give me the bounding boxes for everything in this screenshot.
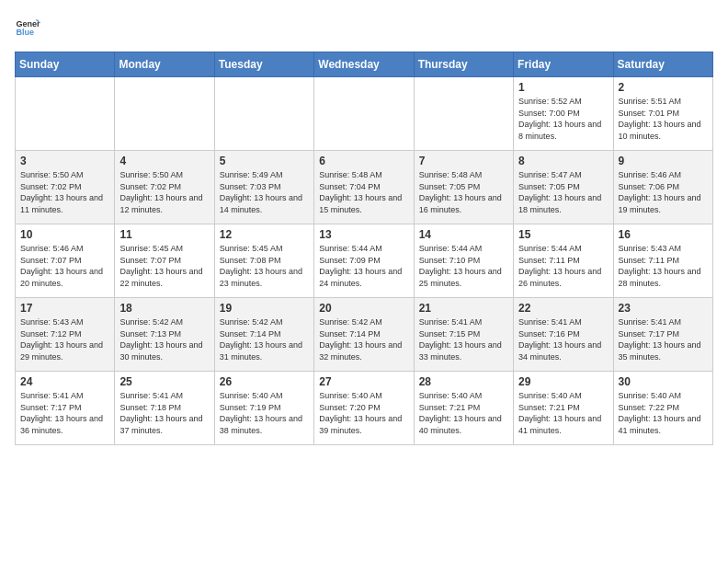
- calendar-cell: 17Sunrise: 5:43 AM Sunset: 7:12 PM Dayli…: [16, 298, 115, 372]
- day-number: 27: [319, 375, 408, 388]
- logo: General Blue: [15, 15, 40, 40]
- day-number: 12: [220, 228, 309, 241]
- day-number: 9: [619, 155, 708, 167]
- day-info: Sunrise: 5:42 AM Sunset: 7:14 PM Dayligh…: [319, 316, 408, 362]
- calendar-header-row: SundayMondayTuesdayWednesdayThursdayFrid…: [16, 52, 713, 77]
- day-info: Sunrise: 5:47 AM Sunset: 7:05 PM Dayligh…: [518, 169, 608, 215]
- calendar-cell: [115, 77, 214, 151]
- day-number: 3: [20, 155, 109, 167]
- calendar-cell: 18Sunrise: 5:42 AM Sunset: 7:13 PM Dayli…: [115, 298, 214, 372]
- day-number: 6: [319, 155, 408, 167]
- day-number: 25: [119, 375, 209, 388]
- calendar-cell: 29Sunrise: 5:40 AM Sunset: 7:21 PM Dayli…: [514, 372, 613, 445]
- calendar-cell: 8Sunrise: 5:47 AM Sunset: 7:05 PM Daylig…: [514, 151, 613, 224]
- day-number: 20: [319, 302, 408, 315]
- calendar-cell: [314, 77, 414, 151]
- calendar-cell: [214, 77, 313, 151]
- calendar-week-row: 17Sunrise: 5:43 AM Sunset: 7:12 PM Dayli…: [16, 298, 713, 372]
- calendar-cell: 23Sunrise: 5:41 AM Sunset: 7:17 PM Dayli…: [613, 298, 712, 372]
- day-info: Sunrise: 5:52 AM Sunset: 7:00 PM Dayligh…: [518, 96, 608, 142]
- day-header-sunday: Sunday: [16, 52, 115, 77]
- day-info: Sunrise: 5:49 AM Sunset: 7:03 PM Dayligh…: [220, 169, 309, 215]
- day-info: Sunrise: 5:45 AM Sunset: 7:07 PM Dayligh…: [119, 243, 209, 289]
- day-number: 5: [220, 155, 309, 167]
- day-info: Sunrise: 5:51 AM Sunset: 7:01 PM Dayligh…: [619, 96, 708, 142]
- calendar-cell: 21Sunrise: 5:41 AM Sunset: 7:15 PM Dayli…: [414, 298, 513, 372]
- day-info: Sunrise: 5:44 AM Sunset: 7:11 PM Dayligh…: [518, 243, 608, 289]
- day-info: Sunrise: 5:40 AM Sunset: 7:20 PM Dayligh…: [319, 390, 408, 436]
- day-info: Sunrise: 5:40 AM Sunset: 7:21 PM Dayligh…: [518, 390, 608, 436]
- day-info: Sunrise: 5:41 AM Sunset: 7:18 PM Dayligh…: [119, 390, 209, 436]
- day-number: 22: [518, 302, 608, 315]
- day-info: Sunrise: 5:42 AM Sunset: 7:14 PM Dayligh…: [220, 316, 309, 362]
- day-header-thursday: Thursday: [414, 52, 513, 77]
- calendar-cell: 12Sunrise: 5:45 AM Sunset: 7:08 PM Dayli…: [214, 224, 313, 298]
- day-number: 10: [20, 228, 109, 241]
- calendar-cell: 25Sunrise: 5:41 AM Sunset: 7:18 PM Dayli…: [115, 372, 214, 445]
- calendar-cell: 27Sunrise: 5:40 AM Sunset: 7:20 PM Dayli…: [314, 372, 414, 445]
- day-number: 28: [419, 375, 508, 388]
- day-number: 21: [419, 302, 508, 315]
- calendar-cell: [16, 77, 115, 151]
- day-header-wednesday: Wednesday: [314, 52, 414, 77]
- calendar-week-row: 10Sunrise: 5:46 AM Sunset: 7:07 PM Dayli…: [16, 224, 713, 298]
- day-info: Sunrise: 5:46 AM Sunset: 7:06 PM Dayligh…: [619, 169, 708, 215]
- day-number: 24: [20, 375, 109, 388]
- logo-icon: General Blue: [15, 15, 40, 40]
- day-info: Sunrise: 5:43 AM Sunset: 7:12 PM Dayligh…: [20, 316, 109, 362]
- day-number: 15: [518, 228, 608, 241]
- day-number: 11: [119, 228, 209, 241]
- day-info: Sunrise: 5:40 AM Sunset: 7:21 PM Dayligh…: [419, 390, 508, 436]
- day-header-saturday: Saturday: [613, 52, 712, 77]
- day-info: Sunrise: 5:50 AM Sunset: 7:02 PM Dayligh…: [20, 169, 109, 215]
- day-info: Sunrise: 5:44 AM Sunset: 7:09 PM Dayligh…: [319, 243, 408, 289]
- day-number: 14: [419, 228, 508, 241]
- day-info: Sunrise: 5:41 AM Sunset: 7:17 PM Dayligh…: [619, 316, 708, 362]
- day-number: 18: [119, 302, 209, 315]
- calendar-cell: 6Sunrise: 5:48 AM Sunset: 7:04 PM Daylig…: [314, 151, 414, 224]
- day-header-tuesday: Tuesday: [214, 52, 313, 77]
- day-info: Sunrise: 5:44 AM Sunset: 7:10 PM Dayligh…: [419, 243, 508, 289]
- calendar-cell: 20Sunrise: 5:42 AM Sunset: 7:14 PM Dayli…: [314, 298, 414, 372]
- calendar-cell: 19Sunrise: 5:42 AM Sunset: 7:14 PM Dayli…: [214, 298, 313, 372]
- calendar-table: SundayMondayTuesdayWednesdayThursdayFrid…: [15, 52, 713, 445]
- day-info: Sunrise: 5:43 AM Sunset: 7:11 PM Dayligh…: [619, 243, 708, 289]
- day-number: 26: [220, 375, 309, 388]
- day-number: 17: [20, 302, 109, 315]
- calendar-cell: 30Sunrise: 5:40 AM Sunset: 7:22 PM Dayli…: [613, 372, 712, 445]
- day-number: 16: [619, 228, 708, 241]
- day-info: Sunrise: 5:48 AM Sunset: 7:04 PM Dayligh…: [319, 169, 408, 215]
- day-number: 2: [619, 81, 708, 94]
- calendar-cell: 3Sunrise: 5:50 AM Sunset: 7:02 PM Daylig…: [16, 151, 115, 224]
- calendar-cell: 16Sunrise: 5:43 AM Sunset: 7:11 PM Dayli…: [613, 224, 712, 298]
- calendar-cell: 14Sunrise: 5:44 AM Sunset: 7:10 PM Dayli…: [414, 224, 513, 298]
- calendar-cell: 22Sunrise: 5:41 AM Sunset: 7:16 PM Dayli…: [514, 298, 613, 372]
- calendar-cell: 11Sunrise: 5:45 AM Sunset: 7:07 PM Dayli…: [115, 224, 214, 298]
- svg-text:Blue: Blue: [16, 28, 34, 37]
- day-info: Sunrise: 5:41 AM Sunset: 7:17 PM Dayligh…: [20, 390, 109, 436]
- calendar-week-row: 1Sunrise: 5:52 AM Sunset: 7:00 PM Daylig…: [16, 77, 713, 151]
- day-header-friday: Friday: [514, 52, 613, 77]
- day-info: Sunrise: 5:42 AM Sunset: 7:13 PM Dayligh…: [119, 316, 209, 362]
- calendar-cell: 13Sunrise: 5:44 AM Sunset: 7:09 PM Dayli…: [314, 224, 414, 298]
- calendar-cell: 5Sunrise: 5:49 AM Sunset: 7:03 PM Daylig…: [214, 151, 313, 224]
- calendar-cell: 28Sunrise: 5:40 AM Sunset: 7:21 PM Dayli…: [414, 372, 513, 445]
- day-info: Sunrise: 5:41 AM Sunset: 7:16 PM Dayligh…: [518, 316, 608, 362]
- day-number: 1: [518, 81, 608, 94]
- day-info: Sunrise: 5:48 AM Sunset: 7:05 PM Dayligh…: [419, 169, 508, 215]
- day-number: 30: [619, 375, 708, 388]
- calendar-cell: 4Sunrise: 5:50 AM Sunset: 7:02 PM Daylig…: [115, 151, 214, 224]
- day-info: Sunrise: 5:41 AM Sunset: 7:15 PM Dayligh…: [419, 316, 508, 362]
- day-number: 13: [319, 228, 408, 241]
- calendar-cell: 9Sunrise: 5:46 AM Sunset: 7:06 PM Daylig…: [613, 151, 712, 224]
- calendar-week-row: 24Sunrise: 5:41 AM Sunset: 7:17 PM Dayli…: [16, 372, 713, 445]
- day-header-monday: Monday: [115, 52, 214, 77]
- calendar-cell: 7Sunrise: 5:48 AM Sunset: 7:05 PM Daylig…: [414, 151, 513, 224]
- calendar-cell: 26Sunrise: 5:40 AM Sunset: 7:19 PM Dayli…: [214, 372, 313, 445]
- calendar-cell: [414, 77, 513, 151]
- calendar-week-row: 3Sunrise: 5:50 AM Sunset: 7:02 PM Daylig…: [16, 151, 713, 224]
- day-number: 23: [619, 302, 708, 315]
- calendar-cell: 24Sunrise: 5:41 AM Sunset: 7:17 PM Dayli…: [16, 372, 115, 445]
- calendar-cell: 10Sunrise: 5:46 AM Sunset: 7:07 PM Dayli…: [16, 224, 115, 298]
- calendar-cell: 1Sunrise: 5:52 AM Sunset: 7:00 PM Daylig…: [514, 77, 613, 151]
